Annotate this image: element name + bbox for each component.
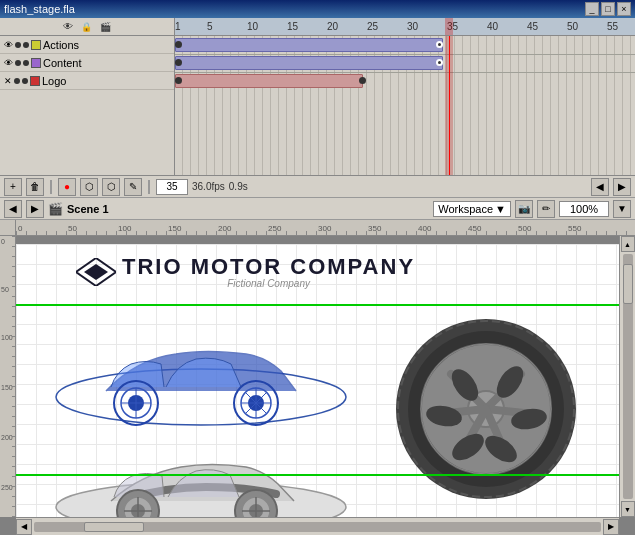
layers-container: 👁 Actions 👁 Content ✕	[0, 36, 635, 175]
ruler-corner	[0, 220, 16, 235]
canvas-area[interactable]: 0 50 100 150 200 250 300 350 400 450 500…	[0, 220, 635, 535]
blue-car	[56, 352, 346, 426]
frame-num-45: 45	[527, 21, 538, 32]
scene-back-btn[interactable]: ◀	[4, 200, 22, 218]
scroll-left-btn[interactable]: ◀	[591, 178, 609, 196]
ruler-v-200: 200	[1, 434, 13, 441]
workspace-label: Workspace	[438, 203, 493, 215]
onion-btn[interactable]: ⬡	[80, 178, 98, 196]
center-frame-btn[interactable]: ●	[58, 178, 76, 196]
timeline-area: 👁 🔒 🎬 1 5 10 15 20 25 30 35 40 45 50 55	[0, 18, 635, 198]
scene-bar-left: ◀ ▶ 🎬 Scene 1	[4, 200, 109, 218]
logo-color	[30, 76, 40, 86]
layers-panel: 👁 Actions 👁 Content ✕	[0, 36, 175, 175]
restore-button[interactable]: □	[601, 2, 615, 16]
scene-edit-btn[interactable]: ✏	[537, 200, 555, 218]
window-controls: _ □ ×	[585, 2, 631, 16]
scene-bar: ◀ ▶ 🎬 Scene 1 Workspace ▼ 📷 ✏ 100% ▼	[0, 198, 635, 220]
scroll-thumb-v[interactable]	[623, 264, 633, 304]
workspace-dropdown[interactable]: Workspace ▼	[433, 201, 511, 217]
title-bar: flash_stage.fla _ □ ×	[0, 0, 635, 18]
scene-name: Scene 1	[67, 203, 109, 215]
frame-num-5: 5	[207, 21, 213, 32]
minimize-button[interactable]: _	[585, 2, 599, 16]
toolbar-divider2	[148, 180, 150, 194]
company-branding: TRIO MOTOR COMPANY Fictional Company	[76, 254, 415, 289]
company-name-block: TRIO MOTOR COMPANY Fictional Company	[122, 254, 415, 289]
content-dot1	[15, 60, 21, 66]
frames-area[interactable]	[175, 36, 635, 175]
fps-label: 36.0fps	[192, 181, 225, 192]
layer-content[interactable]: 👁 Content	[0, 54, 174, 72]
layers-header: 👁 🔒 🎬	[0, 18, 175, 35]
main-container: 👁 🔒 🎬 1 5 10 15 20 25 30 35 40 45 50 55	[0, 18, 635, 535]
logo-dot2	[22, 78, 28, 84]
scrollbar-horizontal[interactable]: ◀ ▶	[16, 517, 619, 535]
ruler-v-150: 150	[1, 384, 13, 391]
content-keyframe-start	[175, 59, 182, 66]
frame-num-40: 40	[487, 21, 498, 32]
del-layer-btn[interactable]: 🗑	[26, 178, 44, 196]
layer-logo[interactable]: ✕ Logo	[0, 72, 174, 90]
row-sep-2	[175, 72, 635, 73]
scrollbar-vertical[interactable]: ▲ ▼	[619, 236, 635, 517]
timeline-header: 👁 🔒 🎬 1 5 10 15 20 25 30 35 40 45 50 55	[0, 18, 635, 36]
ruler-vertical: 0 50 100 150 200 250	[0, 236, 16, 517]
ruler-horizontal: 0 50 100 150 200 250 300 350 400 450 500…	[0, 220, 635, 236]
scroll-down-btn[interactable]: ▼	[621, 501, 635, 517]
onion-multi-btn[interactable]: ⬡	[102, 178, 120, 196]
ruler-h-ticks: 0 50 100 150 200 250 300 350 400 450 500…	[16, 220, 635, 235]
actions-keyframe-start	[175, 41, 182, 48]
timeline-toolbar: + 🗑 ● ⬡ ⬡ ✎ 35 36.0fps 0.9s ◀ ▶	[0, 175, 635, 197]
actions-color	[31, 40, 41, 50]
scroll-track-h[interactable]	[34, 522, 601, 532]
ruler-h-tick-marks	[16, 231, 635, 235]
edit-multi-btn[interactable]: ✎	[124, 178, 142, 196]
company-logo-icon	[76, 258, 116, 286]
scroll-track-v[interactable]	[623, 254, 633, 499]
actions-dot1	[15, 42, 21, 48]
eye-header-icon: 👁	[63, 21, 73, 32]
logo-eye-icon: ✕	[4, 76, 12, 86]
scroll-left-btn[interactable]: ◀	[16, 519, 32, 535]
wheel-tire	[396, 319, 576, 499]
frame-num-25: 25	[367, 21, 378, 32]
add-layer-btn[interactable]: +	[4, 178, 22, 196]
row-sep-1	[175, 54, 635, 55]
playhead-highlight	[445, 18, 453, 35]
scroll-up-btn[interactable]: ▲	[621, 236, 635, 252]
scroll-thumb-h[interactable]	[84, 522, 144, 532]
actions-eye-icon: 👁	[4, 40, 13, 50]
ruler-v-0: 0	[1, 238, 5, 245]
scene-fwd-btn[interactable]: ▶	[26, 200, 44, 218]
zoom-dropdown-btn[interactable]: ▼	[613, 200, 631, 218]
logo-dot1	[14, 78, 20, 84]
ruler-v-tick-marks	[12, 236, 15, 517]
toolbar-divider1	[50, 180, 52, 194]
close-button[interactable]: ×	[617, 2, 631, 16]
logo-label: Logo	[42, 75, 174, 87]
content-label: Content	[43, 57, 174, 69]
ruler-v-50: 50	[1, 286, 9, 293]
playhead-line	[449, 36, 450, 175]
time-label: 0.9s	[229, 181, 248, 192]
company-logo-row: TRIO MOTOR COMPANY Fictional Company	[76, 254, 415, 289]
actions-dot2	[23, 42, 29, 48]
gray-car	[56, 465, 346, 518]
ruler-v-100: 100	[1, 334, 13, 341]
scene-icon: 🎬	[48, 202, 63, 216]
zoom-display[interactable]: 100%	[559, 201, 609, 217]
content-frame-block	[175, 56, 443, 70]
scene-camera-btn[interactable]: 📷	[515, 200, 533, 218]
frame-num-55: 55	[607, 21, 618, 32]
content-keyframe-end	[436, 59, 443, 66]
scroll-right-btn[interactable]: ▶	[613, 178, 631, 196]
actions-frame-block	[175, 38, 443, 52]
scroll-right-btn-h[interactable]: ▶	[603, 519, 619, 535]
layer-actions[interactable]: 👁 Actions	[0, 36, 174, 54]
stage[interactable]: TRIO MOTOR COMPANY Fictional Company	[16, 244, 619, 517]
frame-header-icon: 🎬	[100, 22, 111, 32]
content-dot2	[23, 60, 29, 66]
current-frame-input[interactable]: 35	[156, 179, 188, 195]
frames-header: 1 5 10 15 20 25 30 35 40 45 50 55	[175, 18, 635, 35]
